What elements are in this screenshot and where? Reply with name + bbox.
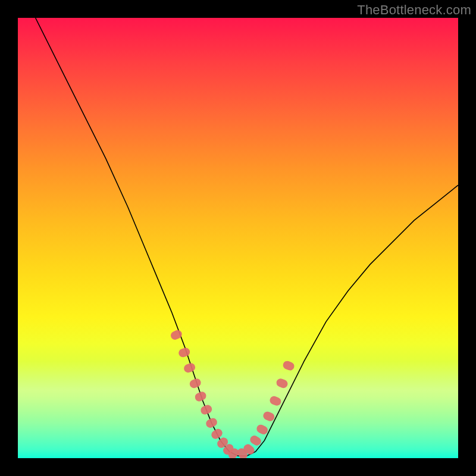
- data-marker: [275, 377, 289, 389]
- data-marker: [268, 395, 282, 407]
- watermark-text: TheBottleneck.com: [357, 2, 471, 18]
- data-marker: [262, 410, 275, 422]
- data-marker: [255, 423, 269, 436]
- data-marker: [199, 404, 213, 416]
- data-marker: [205, 416, 218, 429]
- data-marker: [282, 360, 296, 372]
- data-marker: [189, 377, 202, 389]
- data-marker: [193, 390, 207, 403]
- bottleneck-curve: [36, 18, 458, 456]
- data-marker: [170, 328, 183, 341]
- data-marker: [183, 362, 196, 374]
- data-marker: [177, 347, 191, 359]
- plot-area: [18, 18, 458, 458]
- curve-layer: [18, 18, 458, 458]
- chart-frame: TheBottleneck.com: [0, 0, 476, 476]
